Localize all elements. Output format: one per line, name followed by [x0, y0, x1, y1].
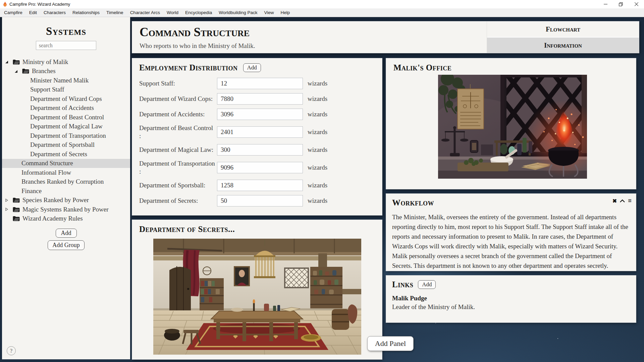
- employment-unit-label: wizards: [308, 95, 327, 103]
- close-button[interactable]: [629, 0, 644, 8]
- maliks-office-image: [438, 75, 587, 179]
- workflow-panel: Workflow ✖ ≡ The Minister, Malik, overse…: [386, 194, 636, 271]
- sidebar-item-species-ranked-by-power[interactable]: Species Ranked by Power: [2, 196, 130, 205]
- title-bar: Campfire Pro: Wizard Academy: [0, 0, 644, 8]
- employment-row-label: Department of Sportsball:: [139, 181, 217, 189]
- sidebar-item-magic-systems-ranked-by-power[interactable]: Magic Systems Ranked by Power: [2, 205, 130, 214]
- panel-close-icon[interactable]: ✖: [612, 198, 617, 204]
- sidebar-item-department-of-secrets[interactable]: Department of Secrets: [2, 149, 130, 159]
- sidebar-item-department-of-sportsball[interactable]: Department of Sportsball: [2, 140, 130, 150]
- sidebar-item-wizard-academy-rules[interactable]: Wizard Academy Rules: [2, 214, 130, 224]
- systems-sidebar: Systems Ministry of Malik Branches: [2, 17, 130, 359]
- menu-item-campfire[interactable]: Campfire: [1, 8, 26, 17]
- restore-icon: [619, 2, 623, 6]
- menu-item-characters[interactable]: Characters: [40, 8, 69, 17]
- minimize-button[interactable]: [598, 0, 613, 8]
- restore-button[interactable]: [613, 0, 629, 8]
- sidebar-item-label: Department of Secrets: [30, 150, 87, 158]
- menu-item-view[interactable]: View: [261, 8, 277, 17]
- employment-row: Department of Transportation : wizards: [139, 160, 375, 176]
- menu-item-timeline[interactable]: Timeline: [103, 8, 127, 17]
- sidebar-heading: Systems: [2, 25, 130, 38]
- sidebar-item-label: Magic Systems Ranked by Power: [22, 206, 108, 213]
- links-add-button[interactable]: Add: [418, 280, 436, 289]
- add-panel-button[interactable]: Add Panel: [367, 336, 414, 351]
- link-entry[interactable]: Malik Pudge Leader of the Ministry of Ma…: [392, 295, 630, 311]
- menu-item-character-arcs[interactable]: Character Arcs: [127, 8, 163, 17]
- systems-tree: Ministry of Malik Branches Minister Name…: [2, 57, 130, 223]
- employment-row-label: Department of Beast Control :: [139, 124, 217, 140]
- employment-value-input[interactable]: [217, 109, 303, 120]
- caret-collapsed-icon[interactable]: [5, 207, 13, 211]
- menu-item-worldbuilding-pack[interactable]: Worldbuilding Pack: [215, 8, 261, 17]
- employment-unit-label: wizards: [308, 164, 327, 171]
- link-name[interactable]: Malik Pudge: [392, 295, 630, 302]
- sidebar-item-label: Department of Beast Control: [30, 114, 104, 121]
- sidebar-item-command-structure[interactable]: Command Structure: [2, 159, 130, 168]
- department-of-secrets-image: [153, 239, 361, 355]
- employment-distribution-panel: Employment Distribution Add Support Staf…: [132, 58, 382, 215]
- sidebar-item-ministry-of-malik[interactable]: Ministry of Malik: [2, 57, 130, 67]
- sidebar-item-branches[interactable]: Branches: [2, 67, 130, 76]
- help-button[interactable]: ?: [7, 346, 16, 355]
- view-tabs: Flowchart Information: [487, 21, 639, 53]
- employment-unit-label: wizards: [308, 128, 327, 136]
- menu-item-world[interactable]: World: [163, 8, 182, 17]
- menu-item-help[interactable]: Help: [277, 8, 293, 17]
- employment-value-input[interactable]: [217, 195, 303, 206]
- page-title: Command Structure: [140, 25, 487, 40]
- employment-unit-label: wizards: [308, 80, 327, 87]
- sidebar-item-label: Department of Sportsball: [30, 141, 95, 148]
- caret-collapsed-icon[interactable]: [5, 198, 13, 202]
- employment-unit-label: wizards: [308, 182, 327, 189]
- page-header: Command Structure Who reports to who in …: [132, 21, 487, 53]
- sidebar-item-department-of-transportation[interactable]: Department of Transportation: [2, 131, 130, 140]
- campfire-logo-icon: [3, 2, 7, 7]
- minimize-icon: [604, 2, 607, 6]
- employment-unit-label: wizards: [308, 197, 327, 204]
- employment-value-input[interactable]: [217, 144, 303, 156]
- sidebar-item-department-of-accidents[interactable]: Department of Accidents: [2, 104, 130, 113]
- link-description: Leader of the Ministry of Malik.: [392, 303, 630, 311]
- employment-row: Department of Magical Law: wizards: [139, 144, 375, 156]
- employment-value-input[interactable]: [217, 162, 303, 173]
- sidebar-item-department-of-wizard-cops[interactable]: Department of Wizard Cops: [2, 94, 130, 104]
- links-panel-title: Links: [392, 280, 413, 289]
- office-panel-title: Malik's Office: [393, 63, 451, 72]
- caret-expanded-icon[interactable]: [5, 60, 13, 64]
- links-panel: Links Add Malik Pudge Leader of the Mini…: [386, 276, 636, 322]
- sidebar-item-branches-ranked-by-corruption[interactable]: Branches Ranked by Corruption: [2, 177, 130, 187]
- caret-expanded-icon[interactable]: [14, 69, 22, 73]
- sidebar-item-minister-named-malik[interactable]: Minister Named Malik: [2, 76, 130, 85]
- sidebar-item-support-staff[interactable]: Support Staff: [2, 85, 130, 95]
- employment-row: Department of Secrets: wizards: [139, 195, 375, 206]
- sidebar-item-label: Department of Accidents: [30, 104, 94, 112]
- sidebar-item-department-of-beast-control[interactable]: Department of Beast Control: [2, 113, 130, 122]
- add-group-button[interactable]: Add Group: [48, 240, 85, 250]
- employment-add-button[interactable]: Add: [243, 63, 261, 72]
- employment-value-input[interactable]: [217, 126, 303, 138]
- menu-item-encyclopedia[interactable]: Encyclopedia: [182, 8, 215, 17]
- panel-menu-icon[interactable]: ≡: [628, 197, 631, 204]
- sidebar-item-finance[interactable]: Finance: [2, 186, 130, 196]
- tab-information[interactable]: Information: [487, 38, 639, 53]
- employment-value-input[interactable]: [217, 78, 303, 89]
- sidebar-item-label: Species Ranked by Power: [22, 196, 89, 204]
- sidebar-item-label: Department of Transportation: [30, 132, 106, 139]
- sidebar-item-label: Minister Named Malik: [30, 77, 89, 84]
- sidebar-item-informational-flow[interactable]: Informational Flow: [2, 168, 130, 177]
- employment-value-input[interactable]: [217, 93, 303, 105]
- employment-row-label: Department of Secrets:: [139, 197, 217, 205]
- menu-item-edit[interactable]: Edit: [26, 8, 40, 17]
- add-system-button[interactable]: Add: [56, 229, 77, 238]
- workflow-body-text: The Minister, Malik, oversees the entire…: [392, 212, 630, 270]
- close-icon: [635, 2, 638, 6]
- tab-flowchart[interactable]: Flowchart: [487, 21, 639, 38]
- panel-collapse-icon[interactable]: [620, 199, 625, 202]
- employment-value-input[interactable]: [217, 180, 303, 191]
- folder-icon: [13, 197, 20, 203]
- employment-panel-title: Employment Distribution: [139, 63, 238, 72]
- sidebar-item-department-of-magical-law[interactable]: Department of Magical Law: [2, 122, 130, 131]
- search-input[interactable]: [36, 41, 96, 50]
- menu-item-relationships[interactable]: Relationships: [69, 8, 103, 17]
